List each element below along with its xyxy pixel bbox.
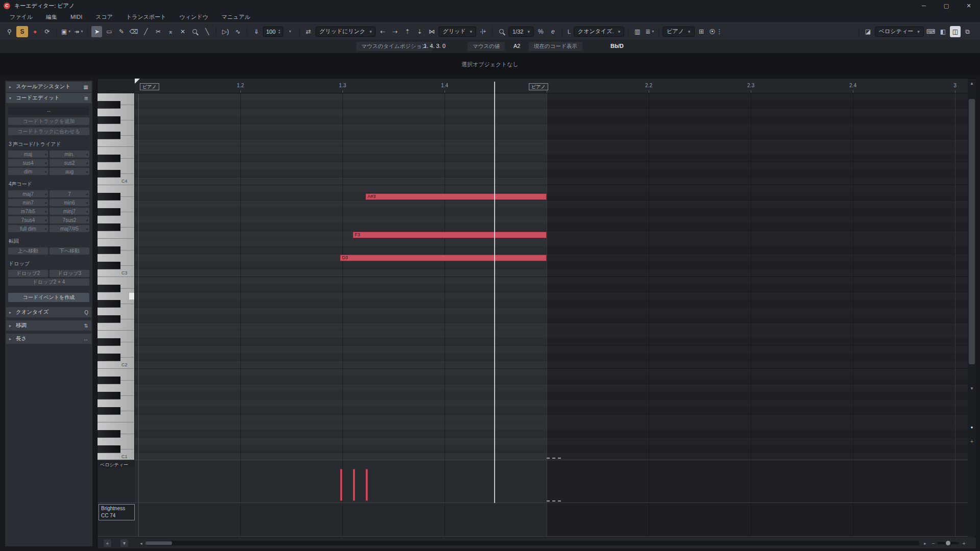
editor-mode-button[interactable]: ▣ ▾	[60, 26, 71, 37]
part-chip[interactable]: ピアノ	[140, 83, 159, 90]
window-setup-button[interactable]: ⧉	[962, 26, 973, 37]
mute-tool-button[interactable]: ✕	[177, 26, 188, 37]
minimize-button[interactable]: ─	[913, 0, 935, 11]
horizontal-zoom-track[interactable]	[938, 542, 959, 544]
range-tool-button[interactable]: ▭	[104, 26, 114, 37]
black-key[interactable]	[97, 132, 120, 139]
zoom-in-button[interactable]: +	[960, 539, 968, 547]
add-chord-track-button[interactable]: コードトラックを追加	[8, 117, 89, 125]
black-key[interactable]	[97, 170, 120, 178]
triad-button[interactable]: aug◂	[50, 168, 89, 175]
black-key[interactable]	[97, 445, 120, 453]
eraser-tool-button[interactable]: ⌫	[128, 26, 139, 37]
black-key[interactable]	[97, 315, 120, 323]
scroll-left-button[interactable]: ◂	[137, 539, 145, 547]
midi-note-A#3[interactable]: A#3	[365, 193, 547, 200]
black-key[interactable]	[97, 208, 120, 216]
snap-button[interactable]: ⋈	[426, 26, 437, 37]
menu-item-6[interactable]: マニュアル	[215, 11, 257, 22]
drop-2-4-button[interactable]: ドロップ2 + 4	[8, 279, 89, 286]
four-note-chord-button[interactable]: m7/b5◂	[8, 208, 48, 215]
velocity-bar[interactable]	[365, 469, 368, 501]
note-grid[interactable]	[135, 93, 968, 460]
black-key[interactable]	[97, 300, 120, 308]
black-key[interactable]	[97, 407, 120, 415]
insert-velocity-steppers[interactable]: ▴ ▾	[279, 29, 280, 34]
left-zone-button[interactable]: ◧	[938, 26, 948, 37]
panes-button[interactable]: ▥	[632, 26, 643, 37]
curve-button[interactable]: ∿	[232, 26, 243, 37]
autoscroll-button[interactable]: ↠ ▾	[73, 26, 84, 37]
inversion-button[interactable]: 上へ移動	[8, 247, 48, 255]
solo-button[interactable]: S	[16, 26, 28, 37]
lower-zone-button[interactable]: ◫	[950, 26, 961, 37]
match-chord-track-button[interactable]: コードトラックに合わせる	[8, 128, 89, 135]
part-list-button[interactable]: ≣ ▾	[644, 26, 655, 37]
stepper-down-icon[interactable]: ▾	[279, 32, 280, 34]
globe-button[interactable]: ⦿ ⋮	[708, 26, 724, 37]
black-key[interactable]	[97, 223, 120, 231]
add-lane-button[interactable]: +	[104, 539, 111, 547]
insert-velocity-dropdown-button[interactable]: ▾	[285, 26, 296, 37]
four-note-chord-button[interactable]: full dim◂	[8, 225, 48, 232]
pin-button[interactable]: ⚲	[4, 26, 15, 37]
midi-note-F3[interactable]: F3	[353, 232, 547, 238]
black-key[interactable]	[97, 285, 120, 292]
nudge-right-button[interactable]: ⇢	[389, 26, 400, 37]
vertical-scroll-thumb[interactable]	[969, 99, 975, 364]
section-scale-assistant[interactable]: ▸ スケールアシスタント ▦	[6, 82, 91, 92]
horizontal-scroll-track[interactable]	[145, 541, 919, 545]
four-note-chord-button[interactable]: maj7/#5◂	[50, 225, 89, 232]
acoustic-feedback-button[interactable]: ▷)	[220, 26, 231, 37]
midi-note-D3[interactable]: D3	[340, 255, 547, 261]
black-key[interactable]	[97, 377, 120, 384]
black-key[interactable]	[97, 155, 120, 162]
four-note-chord-button[interactable]: min6◂	[50, 199, 89, 206]
velocity-bar[interactable]	[340, 469, 342, 501]
vertical-zoom-in-button[interactable]: +	[968, 438, 976, 445]
horizontal-scrollbar[interactable]: + ▼ ◂ ▸ − +	[97, 538, 976, 548]
lane-divider[interactable]	[97, 460, 968, 460]
nudge-left-button[interactable]: ⇠	[377, 26, 388, 37]
link-grid-dropdown[interactable]: グリッドにリンク ▾	[315, 27, 376, 37]
black-key[interactable]	[97, 116, 120, 124]
length-quantize-dropdown[interactable]: クオンタイズ. ▾	[574, 27, 624, 37]
menu-item-0[interactable]: ファイル	[3, 11, 39, 22]
drop-button[interactable]: ドロップ2	[8, 270, 48, 277]
menu-item-1[interactable]: 編集	[39, 11, 64, 22]
quantize-preset-dropdown[interactable]: 1/32 ▾	[508, 27, 534, 37]
piano-keyboard[interactable]: C4C3C2C1	[97, 93, 135, 460]
move-up-button[interactable]: ⇡	[402, 26, 412, 37]
select-tool-button[interactable]: ➤	[91, 26, 102, 37]
glue-tool-button[interactable]: ⌅	[165, 26, 176, 37]
four-note-chord-button[interactable]: 7sus4◂	[8, 216, 48, 223]
maximize-button[interactable]: ▢	[935, 0, 958, 11]
trim-tool-button[interactable]: ╱	[140, 26, 151, 37]
horizontal-scroll-thumb[interactable]	[145, 541, 172, 545]
split-tool-button[interactable]: ✂	[153, 26, 163, 37]
close-button[interactable]: ✕	[958, 0, 980, 11]
vertical-zoom-thumb[interactable]: ●	[968, 423, 976, 431]
event-colors-dropdown[interactable]: ベロシティー ▾	[875, 27, 924, 37]
four-note-chord-button[interactable]: maj7◂	[8, 190, 48, 197]
scroll-up-button[interactable]: ▲	[968, 80, 976, 87]
zoom-out-button[interactable]: −	[929, 539, 937, 547]
drop-button[interactable]: ドロップ3	[50, 270, 89, 277]
vertical-scrollbar[interactable]: ▲ ▼ ● +	[968, 79, 976, 536]
menu-item-4[interactable]: トランスポート	[119, 11, 173, 22]
black-key[interactable]	[97, 246, 120, 254]
triad-button[interactable]: dim◂	[8, 168, 48, 175]
quantize-panel-button[interactable]: e	[548, 26, 558, 37]
four-note-chord-button[interactable]: 7◂	[50, 190, 89, 197]
four-note-chord-button[interactable]: minj7◂	[50, 208, 89, 215]
insert-velocity-spinner[interactable]: 100 ▴ ▾	[263, 27, 283, 37]
lane-divider[interactable]	[97, 503, 968, 503]
line-tool-button[interactable]: ╲	[202, 26, 212, 37]
section-chord-edit[interactable]: ▾ コードエディット ≣	[6, 93, 91, 103]
cc-lane[interactable]	[135, 503, 968, 536]
menu-item-3[interactable]: スコア	[89, 11, 119, 22]
triad-button[interactable]: sus2◂	[50, 159, 89, 166]
cc-lane-label[interactable]: Brightness CC 74	[99, 504, 135, 520]
timeline-ruler[interactable]: 1.21.31.422.22.32.43 ピアノ ピアノ	[135, 79, 968, 93]
triad-button[interactable]: min.◂	[50, 151, 89, 158]
